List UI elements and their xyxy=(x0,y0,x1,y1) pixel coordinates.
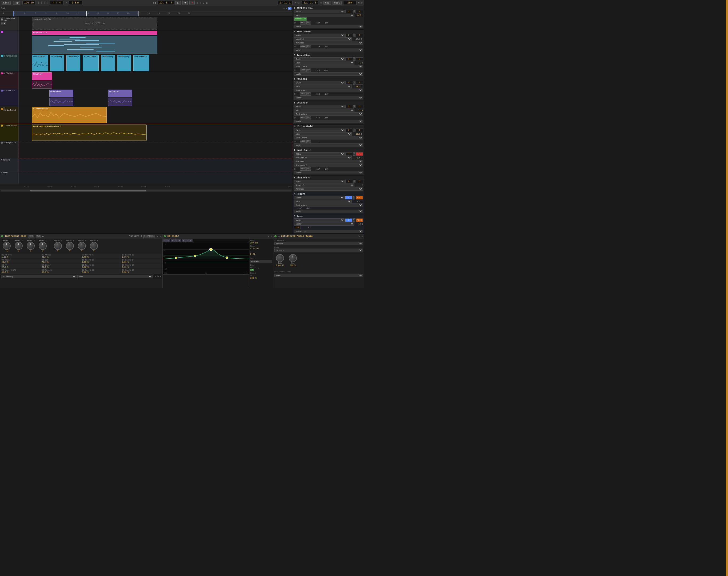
freq-val[interactable]: 297 Hz xyxy=(250,241,272,244)
track-arm-1[interactable]: ● xyxy=(3,22,6,25)
sidechain-sel[interactable]: No Input xyxy=(274,242,363,245)
param-15[interactable]: 15 Macro 15 0.00 % xyxy=(122,264,162,268)
clip-subterranis-1[interactable]: SubterranisTur xyxy=(32,55,48,71)
input-sel-3[interactable]: Ext. In xyxy=(294,57,345,61)
off-btn-2[interactable]: Off xyxy=(307,45,312,48)
byome-power-btn[interactable] xyxy=(274,235,276,237)
q-val[interactable]: 0.22 xyxy=(250,253,272,255)
master-sel-1[interactable]: Master xyxy=(294,25,363,28)
eq-band-6[interactable]: 6 xyxy=(182,239,185,242)
param-03[interactable]: 03 FM 27.8 % xyxy=(1,264,41,268)
monitor-sel-2[interactable]: Massive X xyxy=(294,37,352,41)
clip-tunnel-4[interactable]: TunnelBeep xyxy=(117,55,131,71)
clip-pswitch[interactable]: PSwitch xyxy=(32,72,52,80)
eq-power-btn[interactable] xyxy=(164,235,166,237)
param-04[interactable]: 04 Freq Shift 45.3 % xyxy=(1,269,41,273)
close-rack-btn[interactable]: ✕ xyxy=(157,235,158,238)
s-btn-1[interactable]: S xyxy=(353,10,355,13)
param-06[interactable]: 06 Sub 79.4 % xyxy=(41,259,81,263)
ch-num-1[interactable]: 1/2 xyxy=(355,13,363,17)
macro-1-knob[interactable] xyxy=(3,242,11,250)
param-02[interactable]: 02 Noise 43.4 % xyxy=(1,259,41,263)
off-btn-1[interactable]: Off xyxy=(307,21,312,25)
scroll-thumb[interactable] xyxy=(30,190,146,192)
param-16[interactable]: 16 Macro 16 0.00 % xyxy=(122,269,162,273)
s-btn-2[interactable]: S xyxy=(353,34,355,37)
chain-none-select[interactable]: none xyxy=(77,275,153,279)
pos3-display[interactable]: 12. 2. 0 xyxy=(302,1,318,5)
eq-band-4[interactable]: 4 xyxy=(174,239,178,242)
collapse-rack-btn[interactable]: ▽ xyxy=(160,235,161,238)
macro-4-knob[interactable] xyxy=(39,242,47,250)
clip-subterranis-2[interactable]: SubterranisTur xyxy=(83,55,99,71)
stop-button[interactable]: ■ xyxy=(182,1,188,5)
record-button[interactable]: ● xyxy=(189,1,195,5)
gain2-val[interactable]: 100 % xyxy=(250,277,272,279)
position2-display[interactable]: 1. 1. 1 xyxy=(278,1,293,5)
clip-midi-content[interactable] xyxy=(32,36,157,54)
macro-7-knob[interactable] xyxy=(78,242,86,250)
eq-collapse-btn[interactable]: ▽ xyxy=(271,235,272,238)
channel-sel-2[interactable]: All Chann xyxy=(294,41,363,45)
key-button[interactable]: Key xyxy=(323,1,331,5)
eq-close-btn[interactable]: ✕ xyxy=(267,235,269,238)
auto-btn-2[interactable]: Auto xyxy=(300,45,306,48)
macro-3-knob[interactable] xyxy=(27,242,35,250)
clip-knif[interactable]: Knif Audio Knifonium 3 xyxy=(32,124,147,141)
power-btn-rack[interactable] xyxy=(1,235,3,237)
time-sig-display[interactable]: 4 / 4 xyxy=(50,1,63,5)
byome-gain-knob[interactable] xyxy=(276,254,284,262)
play-button[interactable]: ▶ xyxy=(175,1,181,5)
s-btn-3[interactable]: S xyxy=(353,57,355,61)
clip-octavian-2[interactable]: Octavian xyxy=(108,90,132,97)
auto-btn-1[interactable]: Auto xyxy=(300,21,306,25)
param-08[interactable]: 08 Reverb 50.0 % xyxy=(41,269,81,273)
macro-6-knob[interactable] xyxy=(66,242,74,250)
tap-button[interactable]: Tap xyxy=(13,1,20,5)
param-01[interactable]: 01 WT Pos 1.88 % xyxy=(1,254,41,258)
byome-mode-sel[interactable]: Stereo ▼ xyxy=(274,249,363,252)
param-12[interactable]: 12 Macro 12 0.00 % xyxy=(81,269,121,273)
speaker-on-1[interactable]: Speaker On xyxy=(294,17,307,21)
clip-olrium[interactable]: OlriumField1 xyxy=(32,107,107,123)
midi-button[interactable]: MIDI xyxy=(332,1,342,5)
macro-2-knob[interactable] xyxy=(14,242,23,250)
position-display[interactable]: 12. 3. 4 xyxy=(157,1,174,5)
param-11[interactable]: 11 Macro 11 0.00 % xyxy=(81,264,121,268)
clip-subterranis-3[interactable]: SubterranisTur xyxy=(133,55,149,71)
byome-mix-knob[interactable] xyxy=(289,254,297,262)
eq-band-8[interactable]: 8 xyxy=(189,239,193,242)
s-num-2[interactable]: 2 xyxy=(345,34,352,37)
macro-5-knob[interactable] xyxy=(54,242,62,250)
clip-octavian-1[interactable]: Octavian xyxy=(49,90,73,97)
byome-chain-sel[interactable]: none xyxy=(274,274,363,277)
eq-band-3[interactable]: 3 xyxy=(171,239,174,242)
mode-val[interactable]: Stereo xyxy=(250,260,272,263)
eq-band-7[interactable]: 7 xyxy=(185,239,189,242)
param-14[interactable]: 14 Macro 14 0.00 % xyxy=(122,259,162,263)
chain-select[interactable]: 10 Macro 1( xyxy=(1,275,77,279)
link-button[interactable]: Link xyxy=(2,1,11,5)
param-10[interactable]: 10 Macro 10 0.00 % xyxy=(81,259,121,263)
byome-collapse-btn[interactable]: ▽ xyxy=(361,235,363,238)
macro-8-knob[interactable] xyxy=(90,242,98,250)
param-09[interactable]: 09 Macro 9 0.00 % xyxy=(81,254,121,258)
configure-btn[interactable]: Configure xyxy=(143,235,155,238)
eq-band-5[interactable]: 5 xyxy=(178,239,181,242)
param-07[interactable]: 07 Delay 22.5 % xyxy=(41,264,81,268)
map-btn[interactable]: Map xyxy=(36,235,41,238)
clip-inkpunk[interactable]: inkpunk selfie Sample Offline xyxy=(32,17,157,30)
byome-close-btn[interactable]: ✕ xyxy=(358,235,360,238)
bpm-display[interactable]: 120.00 xyxy=(22,1,36,5)
input-sel-1[interactable]: Ext. In xyxy=(294,10,345,13)
param-13[interactable]: 13 Macro 13 0.00 % xyxy=(122,254,162,258)
monitor-sel-1[interactable]: Mixer xyxy=(294,13,354,17)
clip-tunnel-1[interactable]: TunnelBeep xyxy=(50,55,64,71)
track-mute-1[interactable]: S xyxy=(1,22,3,25)
rand-btn[interactable]: Rand xyxy=(28,235,34,238)
horizontal-scrollbar[interactable] xyxy=(0,189,293,192)
eq-band-2[interactable]: 2 xyxy=(167,239,170,242)
input-sel-2[interactable]: All Ins xyxy=(294,34,345,37)
clip-tunnel-3[interactable]: TunnelBeep xyxy=(101,55,115,71)
param-05[interactable]: 05 Anima 63.4 % xyxy=(41,254,81,258)
